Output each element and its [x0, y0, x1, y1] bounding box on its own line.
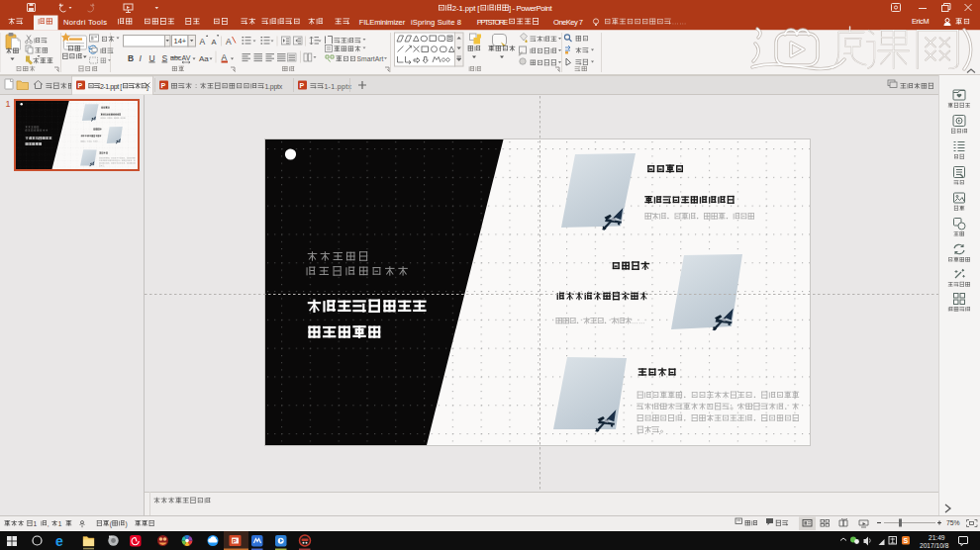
svg-text:P: P — [300, 82, 305, 89]
svg-text:P: P — [161, 82, 166, 89]
svg-text:PPTSTORE: PPTSTORE — [477, 18, 509, 27]
svg-text:EricM: EricM — [912, 17, 930, 26]
svg-text:2-1.ppt [: 2-1.ppt [ — [100, 83, 122, 91]
svg-text:A: A — [200, 37, 206, 46]
svg-text:Nordri Tools: Nordri Tools — [63, 18, 107, 27]
svg-text:e: e — [55, 533, 63, 549]
svg-text:S: S — [904, 537, 909, 544]
svg-text:B: B — [128, 53, 134, 63]
svg-text:abc: abc — [170, 54, 182, 61]
svg-text:21:49: 21:49 — [929, 534, 945, 541]
svg-text:iSpring Suite 8: iSpring Suite 8 — [411, 18, 461, 27]
svg-text:1: 1 — [34, 520, 38, 527]
svg-text:2-1.ppt [: 2-1.ppt [ — [452, 4, 480, 13]
svg-text:S: S — [162, 53, 168, 63]
svg-text:1.pptx: 1.pptx — [264, 83, 282, 91]
svg-text:,: , — [48, 520, 49, 527]
svg-text:] - PowerPoint: ] - PowerPoint — [509, 4, 553, 13]
svg-text:75%: 75% — [946, 519, 960, 526]
svg-text:FILEminimizer: FILEminimizer — [359, 18, 406, 27]
svg-text:P: P — [78, 82, 83, 89]
svg-text:2017/10/8: 2017/10/8 — [920, 542, 949, 549]
svg-text:OneKey 7: OneKey 7 — [553, 18, 583, 27]
svg-text:A: A — [226, 37, 232, 46]
svg-text:P: P — [233, 538, 237, 544]
svg-text:A: A — [212, 38, 217, 46]
svg-text:1-1.pptx: 1-1.pptx — [324, 83, 351, 91]
svg-text:Aa: Aa — [199, 54, 209, 63]
svg-text:1: 1 — [58, 520, 62, 527]
svg-text:SmartArt: SmartArt — [357, 55, 384, 62]
svg-text:A: A — [222, 52, 228, 62]
svg-text:AV: AV — [182, 54, 191, 61]
svg-text:U: U — [149, 53, 155, 63]
svg-text:): ) — [126, 520, 128, 528]
svg-text:1: 1 — [6, 99, 11, 109]
svg-text:14+: 14+ — [174, 37, 187, 46]
